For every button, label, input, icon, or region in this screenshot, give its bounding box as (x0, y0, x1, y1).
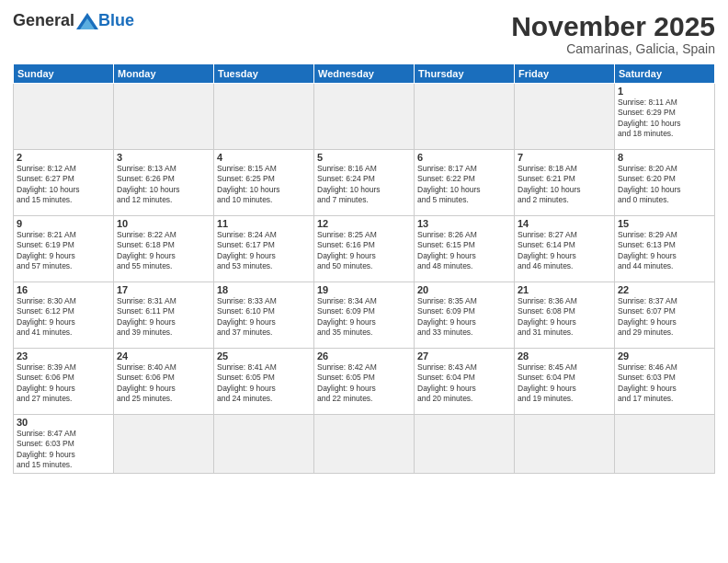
calendar-cell: 18Sunrise: 8:33 AMSunset: 6:10 PMDayligh… (214, 282, 314, 349)
weekday-wednesday: Wednesday (314, 64, 415, 84)
calendar-cell (214, 415, 314, 474)
calendar-cell: 2Sunrise: 8:12 AMSunset: 6:27 PMDaylight… (14, 150, 114, 216)
calendar-cell: 1Sunrise: 8:11 AMSunset: 6:29 PMDaylight… (615, 84, 715, 150)
day-info: Sunrise: 8:20 AMSunset: 6:20 PMDaylight:… (618, 164, 711, 206)
day-number: 7 (518, 152, 611, 163)
week-row-1: 1Sunrise: 8:11 AMSunset: 6:29 PMDaylight… (14, 84, 715, 150)
day-number: 22 (618, 284, 711, 295)
weekday-thursday: Thursday (415, 64, 515, 84)
day-info: Sunrise: 8:45 AMSunset: 6:04 PMDaylight:… (518, 362, 611, 405)
calendar-cell (615, 415, 715, 474)
logo: General Blue (13, 11, 134, 30)
calendar-cell (515, 84, 615, 150)
day-number: 20 (417, 284, 511, 295)
day-number: 30 (17, 417, 110, 428)
weekday-tuesday: Tuesday (214, 64, 314, 84)
weekday-friday: Friday (515, 64, 615, 84)
day-number: 9 (17, 218, 110, 229)
week-row-5: 23Sunrise: 8:39 AMSunset: 6:06 PMDayligh… (14, 349, 715, 415)
day-number: 2 (17, 152, 110, 163)
day-info: Sunrise: 8:24 AMSunset: 6:17 PMDaylight:… (217, 230, 311, 272)
calendar-cell (314, 84, 415, 150)
calendar: SundayMondayTuesdayWednesdayThursdayFrid… (13, 63, 715, 474)
week-row-6: 30Sunrise: 8:47 AMSunset: 6:03 PMDayligh… (14, 415, 715, 474)
day-number: 29 (618, 350, 711, 362)
day-number: 27 (417, 350, 511, 362)
calendar-cell: 24Sunrise: 8:40 AMSunset: 6:06 PMDayligh… (114, 349, 214, 415)
calendar-cell: 16Sunrise: 8:30 AMSunset: 6:12 PMDayligh… (14, 282, 114, 349)
day-info: Sunrise: 8:25 AMSunset: 6:16 PMDaylight:… (317, 230, 411, 272)
day-info: Sunrise: 8:26 AMSunset: 6:15 PMDaylight:… (417, 230, 511, 272)
day-number: 18 (217, 284, 311, 295)
day-info: Sunrise: 8:33 AMSunset: 6:10 PMDaylight:… (217, 296, 311, 339)
day-number: 8 (618, 152, 711, 163)
week-row-3: 9Sunrise: 8:21 AMSunset: 6:19 PMDaylight… (14, 216, 715, 282)
calendar-cell: 25Sunrise: 8:41 AMSunset: 6:05 PMDayligh… (214, 349, 314, 415)
calendar-cell (415, 84, 515, 150)
calendar-cell: 23Sunrise: 8:39 AMSunset: 6:06 PMDayligh… (14, 349, 114, 415)
day-number: 19 (317, 284, 411, 295)
calendar-cell: 30Sunrise: 8:47 AMSunset: 6:03 PMDayligh… (14, 415, 114, 474)
day-info: Sunrise: 8:41 AMSunset: 6:05 PMDaylight:… (217, 362, 311, 405)
calendar-cell (415, 415, 515, 474)
day-number: 15 (618, 218, 711, 229)
calendar-cell: 4Sunrise: 8:15 AMSunset: 6:25 PMDaylight… (214, 150, 314, 216)
weekday-monday: Monday (114, 64, 214, 84)
day-number: 13 (417, 218, 511, 229)
calendar-cell (314, 415, 415, 474)
day-number: 21 (518, 284, 611, 295)
weekday-saturday: Saturday (615, 64, 715, 84)
title-block: November 2025 Camarinas, Galicia, Spain (511, 11, 715, 56)
day-number: 1 (618, 86, 711, 97)
day-number: 16 (17, 284, 110, 295)
day-info: Sunrise: 8:12 AMSunset: 6:27 PMDaylight:… (17, 164, 110, 206)
day-number: 14 (518, 218, 611, 229)
calendar-cell: 17Sunrise: 8:31 AMSunset: 6:11 PMDayligh… (114, 282, 214, 349)
day-info: Sunrise: 8:11 AMSunset: 6:29 PMDaylight:… (618, 98, 711, 140)
calendar-cell: 12Sunrise: 8:25 AMSunset: 6:16 PMDayligh… (314, 216, 415, 282)
calendar-cell: 22Sunrise: 8:37 AMSunset: 6:07 PMDayligh… (615, 282, 715, 349)
day-number: 23 (17, 350, 110, 362)
day-info: Sunrise: 8:40 AMSunset: 6:06 PMDaylight:… (117, 362, 210, 405)
calendar-cell: 28Sunrise: 8:45 AMSunset: 6:04 PMDayligh… (515, 349, 615, 415)
week-row-4: 16Sunrise: 8:30 AMSunset: 6:12 PMDayligh… (14, 282, 715, 349)
calendar-cell: 21Sunrise: 8:36 AMSunset: 6:08 PMDayligh… (515, 282, 615, 349)
day-number: 10 (117, 218, 210, 229)
week-row-2: 2Sunrise: 8:12 AMSunset: 6:27 PMDaylight… (14, 150, 715, 216)
day-info: Sunrise: 8:39 AMSunset: 6:06 PMDaylight:… (17, 362, 110, 405)
day-number: 3 (117, 152, 210, 163)
day-info: Sunrise: 8:15 AMSunset: 6:25 PMDaylight:… (217, 164, 311, 206)
day-info: Sunrise: 8:34 AMSunset: 6:09 PMDaylight:… (317, 296, 411, 339)
calendar-cell: 7Sunrise: 8:18 AMSunset: 6:21 PMDaylight… (515, 150, 615, 216)
day-info: Sunrise: 8:29 AMSunset: 6:13 PMDaylight:… (618, 230, 711, 272)
calendar-cell: 5Sunrise: 8:16 AMSunset: 6:24 PMDaylight… (314, 150, 415, 216)
day-info: Sunrise: 8:31 AMSunset: 6:11 PMDaylight:… (117, 296, 210, 339)
day-info: Sunrise: 8:22 AMSunset: 6:18 PMDaylight:… (117, 230, 210, 272)
day-info: Sunrise: 8:36 AMSunset: 6:08 PMDaylight:… (518, 296, 611, 339)
calendar-cell: 19Sunrise: 8:34 AMSunset: 6:09 PMDayligh… (314, 282, 415, 349)
calendar-cell: 20Sunrise: 8:35 AMSunset: 6:09 PMDayligh… (415, 282, 515, 349)
day-number: 25 (217, 350, 311, 362)
calendar-cell (114, 84, 214, 150)
day-number: 4 (217, 152, 311, 163)
day-number: 5 (317, 152, 411, 163)
day-info: Sunrise: 8:42 AMSunset: 6:05 PMDaylight:… (317, 362, 411, 405)
day-number: 6 (417, 152, 511, 163)
day-info: Sunrise: 8:21 AMSunset: 6:19 PMDaylight:… (17, 230, 110, 272)
day-info: Sunrise: 8:27 AMSunset: 6:14 PMDaylight:… (518, 230, 611, 272)
calendar-cell: 8Sunrise: 8:20 AMSunset: 6:20 PMDaylight… (615, 150, 715, 216)
day-number: 11 (217, 218, 311, 229)
logo-blue-text: Blue (98, 11, 134, 30)
month-title: November 2025 (511, 11, 715, 41)
calendar-cell: 9Sunrise: 8:21 AMSunset: 6:19 PMDaylight… (14, 216, 114, 282)
day-info: Sunrise: 8:18 AMSunset: 6:21 PMDaylight:… (518, 164, 611, 206)
calendar-cell: 6Sunrise: 8:17 AMSunset: 6:22 PMDaylight… (415, 150, 515, 216)
day-info: Sunrise: 8:46 AMSunset: 6:03 PMDaylight:… (618, 362, 711, 405)
day-number: 12 (317, 218, 411, 229)
logo-general-text: General (13, 11, 74, 30)
location: Camarinas, Galicia, Spain (511, 41, 715, 56)
day-number: 24 (117, 350, 210, 362)
day-info: Sunrise: 8:30 AMSunset: 6:12 PMDaylight:… (17, 296, 110, 339)
day-number: 28 (518, 350, 611, 362)
calendar-cell (515, 415, 615, 474)
